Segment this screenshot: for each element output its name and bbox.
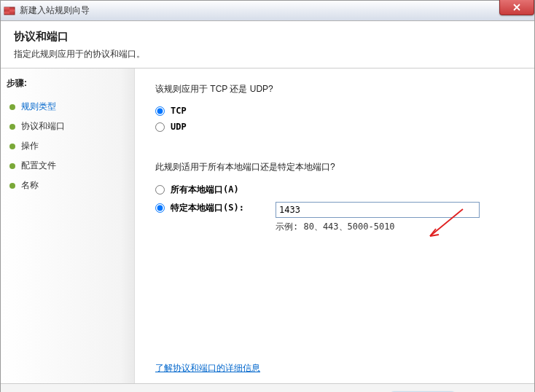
udp-radio[interactable] — [155, 122, 165, 132]
close-button[interactable] — [499, 0, 534, 15]
udp-label: UDP — [171, 122, 187, 132]
specific-ports-radio[interactable] — [155, 203, 165, 213]
steps-heading: 步骤: — [7, 77, 128, 90]
help-link-row: 了解协议和端口的详细信息 — [155, 362, 260, 375]
all-ports-radio[interactable] — [155, 185, 165, 195]
main-panel: 该规则应用于 TCP 还是 UDP? TCP UDP 此规则适用于所有本地端口还… — [135, 68, 534, 383]
firewall-icon — [4, 5, 15, 17]
protocol-question: 该规则应用于 TCP 还是 UDP? — [155, 83, 514, 95]
port-example: 示例: 80、443、5000-5010 — [276, 221, 514, 233]
steps-sidebar: 步骤: 规则类型 协议和端口 操作 配置文件 名称 — [1, 68, 135, 383]
titlebar: 新建入站规则向导 — [1, 1, 534, 21]
bullet-icon — [9, 124, 15, 130]
step-profile[interactable]: 配置文件 — [7, 156, 128, 176]
bullet-icon — [9, 183, 15, 189]
tcp-option[interactable]: TCP — [155, 106, 514, 116]
udp-option[interactable]: UDP — [155, 122, 514, 132]
specific-ports-label: 特定本地端口(S): — [171, 202, 244, 214]
step-protocol-ports[interactable]: 协议和端口 — [7, 117, 128, 136]
all-ports-option[interactable]: 所有本地端口(A) — [155, 184, 514, 196]
port-section: 此规则适用于所有本地端口还是特定本地端口? 所有本地端口(A) 特定本地端口(S… — [155, 161, 514, 233]
learn-more-link[interactable]: 了解协议和端口的详细信息 — [155, 363, 260, 373]
step-name[interactable]: 名称 — [7, 176, 128, 195]
step-rule-type[interactable]: 规则类型 — [7, 97, 128, 117]
svg-rect-2 — [9, 9, 15, 12]
header-section: 协议和端口 指定此规则应用于的协议和端口。 — [1, 21, 534, 68]
body-area: 步骤: 规则类型 协议和端口 操作 配置文件 名称 该规则应用于 TCP 还是 … — [1, 68, 534, 383]
svg-rect-1 — [4, 7, 9, 9]
port-input[interactable] — [276, 202, 480, 218]
footer-buttons: < 上一步(B) 下一步(N) > 取消 CSDN @mike小朋友 — [1, 383, 534, 392]
tcp-label: TCP — [171, 106, 187, 116]
close-icon — [513, 4, 520, 11]
port-question: 此规则适用于所有本地端口还是特定本地端口? — [155, 161, 514, 173]
window-title: 新建入站规则向导 — [20, 4, 90, 17]
page-title: 协议和端口 — [14, 30, 521, 44]
page-description: 指定此规则应用于的协议和端口。 — [14, 48, 521, 60]
specific-ports-option[interactable]: 特定本地端口(S): 示例: 80、443、5000-5010 — [155, 202, 514, 233]
bullet-icon — [9, 163, 15, 169]
bullet-icon — [9, 104, 15, 110]
all-ports-label: 所有本地端口(A) — [171, 184, 239, 196]
tcp-radio[interactable] — [155, 106, 165, 116]
bullet-icon — [9, 144, 15, 149]
step-action[interactable]: 操作 — [7, 136, 128, 156]
svg-rect-3 — [4, 12, 9, 14]
wizard-window: 新建入站规则向导 协议和端口 指定此规则应用于的协议和端口。 步骤: 规则类型 … — [0, 0, 535, 392]
